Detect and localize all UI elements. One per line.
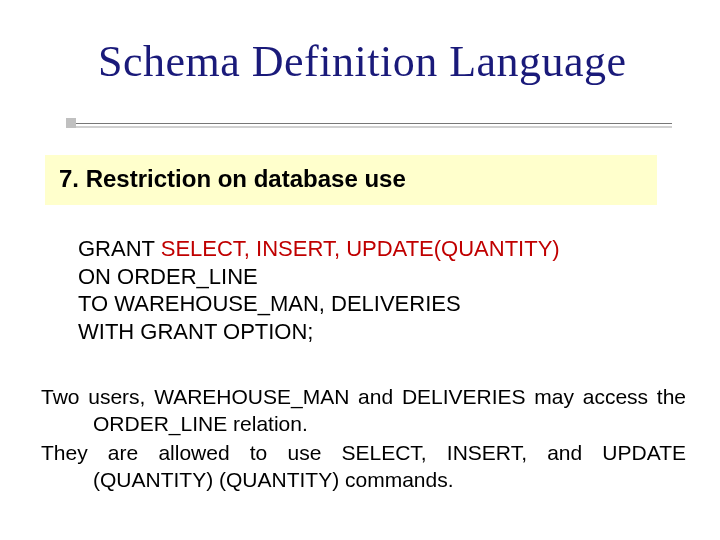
divider-line <box>76 123 672 124</box>
code-block: GRANT SELECT, INSERT, UPDATE(QUANTITY) O… <box>78 233 638 349</box>
code-line-1: GRANT SELECT, INSERT, UPDATE(QUANTITY) <box>78 235 638 263</box>
body-paragraph-1: Two users, WAREHOUSE_MAN and DELIVERIES … <box>41 384 686 438</box>
code-privileges: SELECT, INSERT, UPDATE(QUANTITY) <box>161 236 560 261</box>
code-kw-grant: GRANT <box>78 236 161 261</box>
bullet-square-icon <box>66 118 76 128</box>
code-line-4: WITH GRANT OPTION; <box>78 318 638 346</box>
slide-title: Schema Definition Language <box>98 36 627 87</box>
divider-shadow <box>76 126 672 128</box>
section-heading: 7. Restriction on database use <box>59 165 406 192</box>
body-text-box: Two users, WAREHOUSE_MAN and DELIVERIES … <box>35 380 690 502</box>
body-paragraph-2: They are allowed to use SELECT, INSERT, … <box>41 440 686 494</box>
section-heading-box: 7. Restriction on database use <box>45 155 657 205</box>
code-line-3: TO WAREHOUSE_MAN, DELIVERIES <box>78 290 638 318</box>
slide: Schema Definition Language 7. Restrictio… <box>0 0 720 540</box>
code-line-2: ON ORDER_LINE <box>78 263 638 291</box>
